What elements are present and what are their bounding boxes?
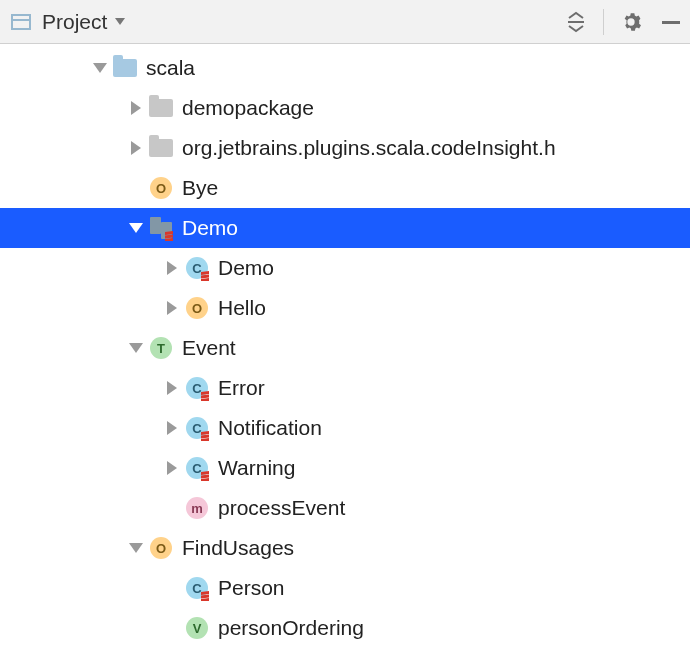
- disclosure-open-icon[interactable]: [124, 216, 148, 240]
- svg-rect-1: [662, 21, 680, 24]
- gear-icon[interactable]: [618, 9, 644, 35]
- disclosure-open-icon[interactable]: [124, 336, 148, 360]
- tree-node-findusages[interactable]: OFindUsages: [0, 528, 690, 568]
- disclosure-closed-icon[interactable]: [160, 376, 184, 400]
- disclosure-closed-icon[interactable]: [160, 416, 184, 440]
- svg-rect-0: [568, 21, 584, 23]
- scroll-from-source-icon[interactable]: [563, 9, 589, 35]
- tree-node-label: Warning: [218, 456, 295, 480]
- disclosure-open-icon[interactable]: [88, 56, 112, 80]
- tree-node-label: org.jetbrains.plugins.scala.codeInsight.…: [182, 136, 556, 160]
- tree-node-person[interactable]: CPerson: [0, 568, 690, 608]
- tree-node-event[interactable]: TEvent: [0, 328, 690, 368]
- project-view-selector[interactable]: Project: [42, 10, 125, 34]
- disclosure-closed-icon[interactable]: [160, 456, 184, 480]
- package-icon: [149, 139, 173, 157]
- tool-window-header: Project: [0, 0, 690, 44]
- tree-node-label: Error: [218, 376, 265, 400]
- disclosure-closed-icon[interactable]: [160, 296, 184, 320]
- package-icon: [149, 99, 173, 117]
- tree-node-scala[interactable]: scala: [0, 48, 690, 88]
- class-icon: C: [186, 457, 208, 479]
- project-window-icon: [8, 9, 34, 35]
- tree-node-orgjb[interactable]: org.jetbrains.plugins.scala.codeInsight.…: [0, 128, 690, 168]
- folder-icon: [113, 59, 137, 77]
- project-tree[interactable]: scalademopackageorg.jetbrains.plugins.sc…: [0, 44, 690, 648]
- class-icon: C: [186, 417, 208, 439]
- method-icon: m: [186, 497, 208, 519]
- tree-node-label: Demo: [218, 256, 274, 280]
- disclosure-closed-icon[interactable]: [160, 256, 184, 280]
- toolbar-divider: [603, 9, 604, 35]
- object-icon: O: [150, 537, 172, 559]
- tree-node-hello[interactable]: OHello: [0, 288, 690, 328]
- tree-node-label: FindUsages: [182, 536, 294, 560]
- disclosure-open-icon[interactable]: [124, 536, 148, 560]
- tree-node-processevent[interactable]: mprocessEvent: [0, 488, 690, 528]
- tree-node-warning[interactable]: CWarning: [0, 448, 690, 488]
- tree-node-personord[interactable]: VpersonOrdering: [0, 608, 690, 648]
- tree-node-label: Hello: [218, 296, 266, 320]
- tree-node-label: processEvent: [218, 496, 345, 520]
- value-icon: V: [186, 617, 208, 639]
- tree-node-notification[interactable]: CNotification: [0, 408, 690, 448]
- chevron-down-icon: [115, 18, 125, 25]
- class-icon: C: [186, 377, 208, 399]
- tree-node-label: Notification: [218, 416, 322, 440]
- trait-icon: T: [150, 337, 172, 359]
- scala-file-icon: [150, 217, 172, 239]
- tree-node-label: Person: [218, 576, 285, 600]
- disclosure-closed-icon[interactable]: [124, 96, 148, 120]
- tree-node-label: demopackage: [182, 96, 314, 120]
- object-icon: O: [150, 177, 172, 199]
- tree-node-bye[interactable]: OBye: [0, 168, 690, 208]
- tree-node-demo-cls[interactable]: CDemo: [0, 248, 690, 288]
- tree-node-label: Demo: [182, 216, 238, 240]
- class-icon: C: [186, 577, 208, 599]
- tree-node-label: personOrdering: [218, 616, 364, 640]
- disclosure-closed-icon[interactable]: [124, 136, 148, 160]
- tree-node-label: Event: [182, 336, 236, 360]
- project-view-label: Project: [42, 10, 107, 34]
- class-icon: C: [186, 257, 208, 279]
- tree-node-error[interactable]: CError: [0, 368, 690, 408]
- minimize-icon[interactable]: [658, 9, 684, 35]
- object-icon: O: [186, 297, 208, 319]
- tree-node-label: Bye: [182, 176, 218, 200]
- tree-node-label: scala: [146, 56, 195, 80]
- tree-node-demopkg[interactable]: demopackage: [0, 88, 690, 128]
- tree-node-demo-grp[interactable]: Demo: [0, 208, 690, 248]
